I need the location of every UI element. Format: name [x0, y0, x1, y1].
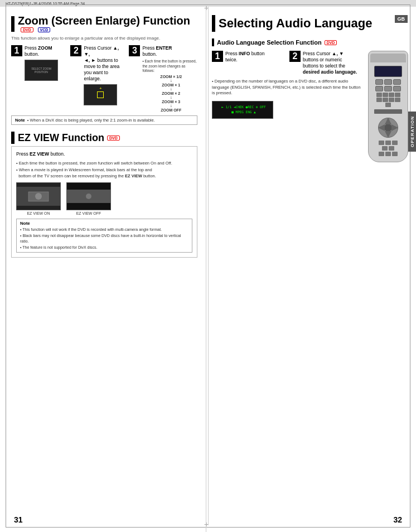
remote-num-1 [376, 93, 382, 97]
step-number-3: 3 [129, 45, 140, 56]
remote-btn-8 [385, 141, 391, 145]
zoom-note-label: Note [15, 118, 25, 123]
page-number-right: 32 [393, 515, 402, 524]
remote-top [370, 54, 406, 62]
audio-steps-area: 1 Press INFO buttontwice. 2 [212, 51, 361, 119]
svg-point-2 [86, 194, 91, 199]
page-number-left: 31 [14, 515, 23, 524]
title-bar-audio [212, 15, 215, 32]
remote-btn-9 [392, 141, 398, 145]
remote-btn-6 [393, 86, 401, 91]
remote-btn-row-3 [370, 141, 406, 145]
ez-note-label: Note [20, 221, 188, 226]
remote-num-7 [389, 98, 394, 102]
remote-num-9 [385, 103, 391, 107]
svg-point-1 [35, 193, 42, 200]
zoom-note-box: Note • When a DivX disc is being played,… [11, 115, 197, 125]
remote-num-6 [383, 98, 388, 102]
ez-view-on-container: EZ VIEW ON [16, 182, 61, 215]
ez-view-off-container: EZ VIEW OFF [66, 182, 111, 215]
ez-view-off-label: EZ VIEW OFF [66, 211, 111, 215]
arrow-1: ↓ [170, 79, 172, 83]
zoom-levels-diagram: ZOOM × 1/2 ↓ ZOOM × 1 ↓ ZOOM × 2 ↓ ZOOM … [144, 75, 197, 112]
remote-num-4 [395, 93, 400, 97]
remote-dpad-center [384, 124, 392, 132]
audio-dvd-badge: DVD [325, 40, 337, 45]
remote-btn-1 [375, 79, 383, 85]
audio-display-screen: ► 1/1 ◄CHEK ●REC ⊕ OFF ■ MPEG ENG ▲ [212, 101, 273, 119]
remote-btn-row-5 [370, 152, 406, 156]
arrow-4: ↓ [170, 104, 172, 108]
remote-btn-10 [382, 146, 388, 151]
audio-step-number-1: 1 [212, 51, 223, 62]
remote-btn-row-2 [370, 86, 406, 91]
zoom-step-3-text: Press ENTERbutton. [142, 45, 197, 57]
ez-view-step-text: Press EZ VIEW button. [16, 151, 192, 157]
ez-view-note-bullets: • This function will not work if the DVD… [20, 227, 188, 250]
ez-view-bullets: • Each time the button is pressed, the z… [16, 160, 192, 179]
step-number-2: 2 [70, 45, 81, 56]
remote-num-8 [395, 98, 400, 102]
audio-content-row: 1 Press INFO buttontwice. 2 [212, 51, 410, 162]
zoom-step-2: 2 Press Cursor ▲, ▼,◄, ► buttons tomove … [70, 45, 125, 105]
dvd-badge-zoom: DVD [21, 27, 33, 32]
sub-section-bar [212, 38, 214, 46]
remote-num-2 [383, 93, 388, 97]
zoom-step-1-screen: SELECT ZOOM POSITION [25, 60, 58, 81]
step-number-1: 1 [11, 45, 22, 56]
audio-step-2: 2 Press Cursor ▲, ▼buttons or numericbut… [289, 51, 361, 75]
remote-control [366, 51, 410, 162]
remote-long-btn [374, 109, 402, 114]
audio-section-title: Selecting Audio Language [212, 15, 410, 32]
zoom-title-text: Zoom (Screen Enlarge) Function [18, 14, 190, 27]
audio-steps-row: 1 Press INFO buttontwice. 2 [212, 51, 361, 75]
audio-step-2-text: Press Cursor ▲, ▼buttons or numericbutto… [303, 51, 357, 75]
arrow-3: ↓ [170, 95, 172, 100]
remote-btn-row-4 [370, 146, 406, 151]
remote-btn-row-1 [370, 79, 406, 85]
ez-view-on-screen [16, 182, 61, 210]
audio-step-2-bullet: • Depending on the number of languages o… [212, 79, 361, 96]
zoom-step-2-screen: + [84, 84, 117, 105]
remote-lcd [374, 66, 402, 77]
zoom-step-2-text: Press Cursor ▲, ▼,◄, ► buttons tomove to… [84, 45, 125, 82]
content-area: Zoom (Screen Enlarge) Function DVD VCD T… [0, 7, 416, 532]
ez-view-title-text: EZ VIEW Function [18, 132, 104, 144]
remote-numpad [374, 93, 402, 107]
arrow-2: ↓ [170, 87, 172, 91]
remote-num-5 [376, 98, 382, 102]
remote-btn-14 [392, 152, 398, 156]
remote-btn-3 [393, 79, 401, 85]
remote-btn-5 [384, 86, 392, 91]
zoom-step-1-text: Press ZOOM button. [25, 45, 67, 57]
ez-view-dvd-badge: DVD [107, 136, 120, 141]
zoom-steps-row: 1 Press ZOOM button. SELECT ZOOM POSITIO… [11, 45, 197, 112]
remote-num-3 [389, 93, 394, 97]
audio-sub-text: Audio Language Selection Function [217, 39, 322, 46]
audio-step-1: 1 Press INFO buttontwice. [212, 51, 284, 63]
audio-step-1-text: Press INFO buttontwice. [225, 51, 264, 63]
remote-btn-13 [385, 152, 391, 156]
audio-title-text: Selecting Audio Language [219, 17, 372, 30]
title-bar-ez [11, 132, 14, 144]
remote-btn-2 [384, 79, 392, 85]
remote-btn-7 [379, 141, 384, 145]
ez-view-off-screen [66, 182, 111, 210]
audio-screen-area: ► 1/1 ◄CHEK ●REC ⊕ OFF ■ MPEG ENG ▲ [212, 101, 361, 119]
title-bar-zoom [11, 16, 14, 32]
ez-view-title: EZ VIEW Function DVD [11, 132, 197, 144]
zoom-step-3: 3 Press ENTERbutton. • Each time the but… [129, 45, 197, 112]
remote-body [368, 51, 408, 162]
zoom-subtitle: This function allows you to enlarge a pa… [11, 36, 197, 41]
remote-btn-12 [379, 152, 384, 156]
remote-btn-4 [375, 86, 383, 91]
remote-dpad [378, 118, 398, 138]
ez-view-content: Press EZ VIEW button. • Each time the bu… [11, 146, 197, 258]
right-panel: GB Selecting Audio Language Audio Langua… [206, 7, 416, 532]
audio-lang-section: Audio Language Selection Function DVD 1 … [212, 38, 410, 162]
ez-view-section: EZ VIEW Function DVD Press EZ VIEW butto… [11, 132, 197, 258]
vcd-badge-zoom: VCD [38, 27, 51, 32]
gb-badge: GB [395, 15, 408, 23]
ez-view-images: EZ VIEW ON [16, 182, 192, 215]
zoom-section-title: Zoom (Screen Enlarge) Function DVD VCD [11, 15, 197, 32]
